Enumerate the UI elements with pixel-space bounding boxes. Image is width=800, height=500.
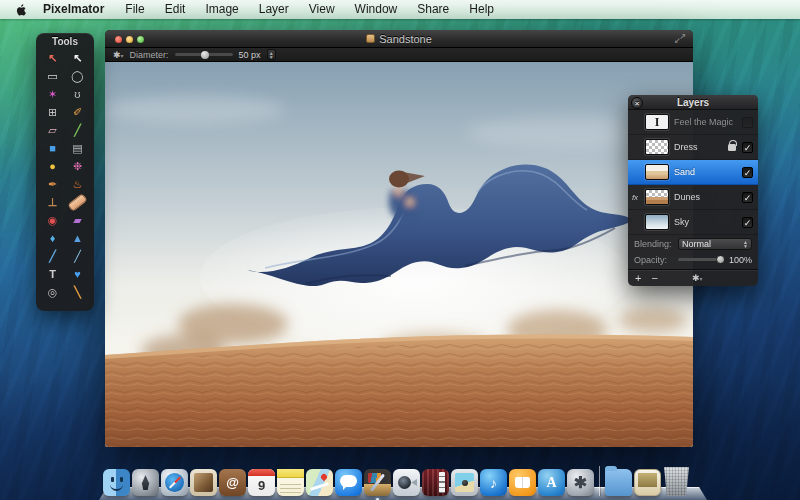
layer-thumbnail-dunes [645,189,669,205]
zoom-tool-icon[interactable]: ◎ [40,283,65,301]
sharpen-tool-icon[interactable]: ▲ [65,229,90,247]
fx-badge[interactable]: fx [630,193,640,202]
apple-menu-icon[interactable] [10,3,32,17]
dock-item-contacts[interactable]: @ [219,469,246,496]
menu-item-view[interactable]: View [299,0,345,19]
elliptical-marquee-tool-icon[interactable]: ◯ [65,67,90,85]
dock-item-finder[interactable] [103,469,130,496]
title-bar[interactable]: Sandstone ↗ ↙ [105,30,693,48]
rectangle-shape-tool-icon[interactable]: ■ [40,139,65,157]
dock-item-mail[interactable] [190,469,217,496]
move-tool-icon[interactable]: ↖ [40,49,65,67]
dock-item-itunes[interactable]: ♪ [480,469,507,496]
color-spray-tool-icon[interactable]: ❉ [65,157,90,175]
rectangular-marquee-tool-icon[interactable]: ▭ [40,67,65,85]
layer-row-dress[interactable]: Dress ✓ [628,135,758,160]
dock-item-documents-stack[interactable] [605,469,632,496]
diameter-slider[interactable] [175,53,233,56]
close-button[interactable] [115,36,122,43]
type-tool-icon[interactable]: T [40,265,65,283]
layer-visibility-checkbox[interactable]: ✓ [742,167,753,178]
lasso-tool-icon[interactable]: ʊ [65,85,90,103]
dock-item-iphoto[interactable] [451,469,478,496]
smudge-tool-icon[interactable]: ╱ [40,247,65,265]
add-layer-button[interactable]: + [635,272,641,284]
pencil-tool-icon[interactable]: ╱ [65,121,90,139]
menu-item-help[interactable]: Help [459,0,504,19]
dock-item-messages[interactable] [335,469,362,496]
dock-item-system-preferences[interactable]: ✱ [567,469,594,496]
tools-palette-title: Tools [40,36,90,47]
burn-tool-icon[interactable]: ♨ [65,175,90,193]
close-icon[interactable]: × [631,97,643,109]
calendar-day: 9 [248,475,275,496]
sponge-tool-icon[interactable]: ▰ [65,211,90,229]
pen-tool-icon[interactable]: ✐ [65,103,90,121]
layer-visibility-checkbox[interactable]: ✓ [742,142,753,153]
menu-item-file[interactable]: File [115,0,154,19]
gradient-tool-icon[interactable]: ▤ [65,139,90,157]
paint-brush-tool-icon[interactable]: ✒ [40,175,65,193]
blending-stepper-icon: ▲▼ [743,240,748,248]
ellipse-shape-tool-icon[interactable]: ● [40,157,65,175]
eyedropper-tool-icon[interactable]: ╲ [65,283,90,301]
fullscreen-button[interactable]: ↗ ↙ [674,33,686,45]
document-proxy-icon[interactable] [366,34,375,43]
healing-tool-icon[interactable] [65,193,90,211]
appstore-a-glyph: A [538,469,565,496]
pixel-pen-tool-icon[interactable]: ╱ [65,247,90,265]
clone-stamp-tool-icon[interactable]: ⊥ [40,193,65,211]
menu-item-image[interactable]: Image [195,0,248,19]
layer-visibility-checkbox[interactable]: ✓ [742,217,753,228]
crop-tool-icon[interactable]: ⊞ [40,103,65,121]
tool-settings-gear-icon[interactable]: ✱▾ [113,50,124,60]
window-title-group: Sandstone [366,33,432,45]
diameter-slider-knob[interactable] [201,51,209,59]
blending-value: Normal [682,239,743,249]
dock-item-downloads-stack[interactable] [634,469,661,496]
layer-row-dunes[interactable]: fx Dunes ✓ [628,185,758,210]
dock-item-maps[interactable] [306,469,333,496]
layer-visibility-checkbox[interactable] [742,117,753,128]
blur-tool-icon[interactable]: ♦ [40,229,65,247]
dock-item-notes[interactable] [277,469,304,496]
dock-item-facetime[interactable] [393,469,420,496]
layers-palette-title: Layers [677,97,709,108]
menu-item-window[interactable]: Window [345,0,408,19]
menu-item-edit[interactable]: Edit [155,0,196,19]
diameter-stepper[interactable]: ▲▼ [267,49,276,60]
layer-settings-gear-icon[interactable]: ✱▾ [692,273,703,283]
red-eye-tool-icon[interactable]: ◉ [40,211,65,229]
layer-row-sand[interactable]: Sand ✓ [628,160,758,185]
opacity-slider-knob[interactable] [716,255,725,264]
layers-palette-header[interactable]: × Layers [628,95,758,110]
menu-item-layer[interactable]: Layer [249,0,299,19]
minimize-button[interactable] [126,36,133,43]
dock-item-calendar[interactable]: 9 [248,469,275,496]
shape-heart-tool-icon[interactable]: ♥ [65,265,90,283]
dock-item-ibooks[interactable] [509,469,536,496]
menu-item-pixelmator[interactable]: Pixelmator [32,0,115,19]
remove-layer-button[interactable]: − [651,272,657,284]
layer-name: Sand [674,167,737,177]
arrow-select-tool-icon[interactable]: ↖ [65,49,90,67]
magic-wand-tool-icon[interactable]: ✶ [40,85,65,103]
zoom-button[interactable] [137,36,144,43]
layer-row-feel-the-magic[interactable]: I Feel the Magic [628,110,758,135]
canvas-area[interactable] [105,62,693,447]
opacity-label: Opacity: [634,255,674,265]
layer-row-sky[interactable]: Sky ✓ [628,210,758,235]
dock-item-trash[interactable] [663,467,690,496]
layer-visibility-checkbox[interactable]: ✓ [742,192,753,203]
dock-item-launchpad[interactable] [132,469,159,496]
opacity-slider[interactable] [678,258,724,261]
layer-name: Sky [674,217,737,227]
dock-item-pixelmator[interactable] [364,469,391,496]
dock-item-safari[interactable] [161,469,188,496]
menu-item-share[interactable]: Share [407,0,459,19]
dock-item-app-store[interactable]: A [538,469,565,496]
dock-item-photo-booth[interactable] [422,469,449,496]
eraser-tool-icon[interactable]: ▱ [40,121,65,139]
blending-select[interactable]: Normal ▲▼ [678,238,752,250]
dock: @ 9 ♪ A ✱ [103,466,703,496]
